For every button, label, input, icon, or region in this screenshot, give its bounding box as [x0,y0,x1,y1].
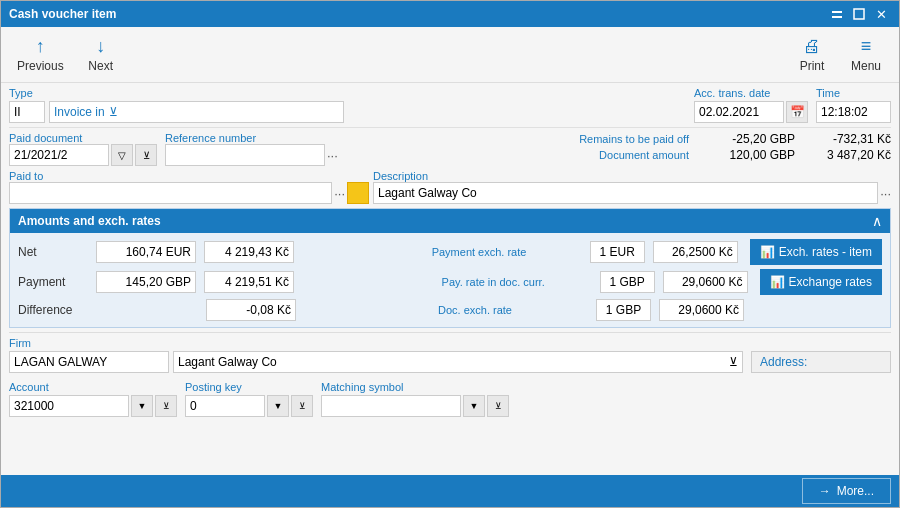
difference-input[interactable] [206,299,296,321]
paid-to-input[interactable] [9,182,332,204]
exchange-rates-button[interactable]: 📊 Exchange rates [760,269,882,295]
address-label: Address: [760,355,807,369]
toolbar: ↑ Previous ↓ Next 🖨 Print ≡ Menu [1,27,899,83]
reference-label: Reference number [165,132,338,144]
firm-input[interactable] [9,351,169,373]
amounts-collapse-button[interactable]: ∧ [872,213,882,229]
reference-input[interactable] [165,144,325,166]
remains-label: Remains to be paid off [579,133,689,145]
posting-filter-button[interactable]: ⊻ [291,395,313,417]
posting-label: Posting key [185,381,313,393]
net-czk-input[interactable] [204,241,294,263]
paid-doc-input-row: ▽ ⊻ [9,144,157,166]
acc-date-input-row: 📅 [694,101,808,123]
svg-rect-0 [832,16,842,18]
matching-input-row: ▼ ⊻ [321,395,509,417]
print-label: Print [800,59,825,73]
reference-more-button[interactable]: ··· [327,148,338,163]
firm-dropdown[interactable]: Lagant Galway Co ⊻ [173,351,743,373]
restore-button[interactable] [849,4,869,24]
type-group: Type Invoice in ⊻ [9,87,344,123]
remains-row: Remains to be paid off -25,20 GBP -732,3… [579,132,891,146]
desc-more-button[interactable]: ··· [880,186,891,201]
account-input-row: ▼ ⊻ [9,395,177,417]
close-button[interactable]: ✕ [871,4,891,24]
firm-label: Firm [9,337,743,349]
filter-button[interactable]: ▽ [111,144,133,166]
paid-doc-input[interactable] [9,144,109,166]
matching-input[interactable] [321,395,461,417]
account-input[interactable] [9,395,129,417]
account-dropdown-button[interactable]: ▼ [131,395,153,417]
paid-doc-label: Paid document [9,132,157,144]
previous-label: Previous [17,59,64,73]
account-filter-button[interactable]: ⊻ [155,395,177,417]
payment-gbp-input[interactable] [96,271,196,293]
remains-czk: -732,31 Kč [811,132,891,146]
firm-row: Lagant Galway Co ⊻ [9,351,743,373]
ref-input-row: ··· [165,144,338,166]
matching-label: Matching symbol [321,381,509,393]
payment-row: Payment Pay. rate in doc. curr. 📊 Exchan… [18,269,882,295]
acc-date-label: Acc. trans. date [694,87,808,99]
doc-amount-czk: 3 487,20 Kč [811,148,891,162]
more-label: More... [837,484,874,498]
more-button[interactable]: → More... [802,478,891,504]
amounts-body: Net Payment exch. rate 📊 Exch. rates - i… [10,233,890,327]
doc-amount-row: Document amount 120,00 GBP 3 487,20 Kč [599,148,891,162]
menu-label: Menu [851,59,881,73]
next-button[interactable]: ↓ Next [76,32,126,77]
type-input[interactable] [9,101,45,123]
doc-exch-rate[interactable] [659,299,744,321]
minimize-button[interactable] [827,4,847,24]
row-paid-to: Paid to ··· Description ··· [9,170,891,204]
net-eur-input[interactable] [96,241,196,263]
previous-button[interactable]: ↑ Previous [9,32,72,77]
paid-to-more-button[interactable]: ··· [334,186,345,201]
description-input[interactable] [373,182,878,204]
posting-dropdown-button[interactable]: ▼ [267,395,289,417]
invoice-dropdown-icon: ⊻ [109,105,118,119]
payment-czk-input[interactable] [204,271,294,293]
exch-rates-item-label: Exch. rates - item [779,245,872,259]
type-label: Type [9,87,344,99]
matching-filter-button[interactable]: ⊻ [487,395,509,417]
amounts-header: Amounts and exch. rates ∧ [10,209,890,233]
window-title: Cash voucher item [9,7,116,21]
payment-exch-rate[interactable] [653,241,738,263]
exch-chart-icon: 📊 [760,245,775,259]
description-label: Description [373,170,891,182]
pay-rate-doc-rate[interactable] [663,271,748,293]
payment-label: Payment [18,275,88,289]
exchange-rates-icon: 📊 [770,275,785,289]
next-label: Next [88,59,113,73]
firm2-dropdown-icon: ⊻ [729,355,738,369]
yellow-button[interactable] [347,182,369,204]
paid-to-group: Paid to ··· [9,170,369,204]
account-label: Account [9,381,177,393]
menu-button[interactable]: ≡ Menu [841,32,891,77]
type-input-row: Invoice in ⊻ [9,101,344,123]
calendar-button[interactable]: 📅 [786,101,808,123]
time-input[interactable] [816,101,891,123]
pay-rate-doc-currency[interactable] [600,271,655,293]
posting-input[interactable] [185,395,265,417]
amounts-section: Amounts and exch. rates ∧ Net Payment ex… [9,208,891,328]
more-arrow-icon: → [819,484,831,498]
exch-rates-item-button[interactable]: 📊 Exch. rates - item [750,239,882,265]
print-button[interactable]: 🖨 Print [787,32,837,77]
payment-exch-currency[interactable] [590,241,645,263]
doc-amount-label: Document amount [599,149,689,161]
matching-dropdown-button[interactable]: ▼ [463,395,485,417]
right-amounts: Remains to be paid off -25,20 GBP -732,3… [346,132,891,162]
firm2-value: Lagant Galway Co [178,355,277,369]
time-group: Time [816,87,891,123]
svg-rect-2 [854,9,864,19]
invoice-dropdown[interactable]: Invoice in ⊻ [49,101,344,123]
acc-date-input[interactable] [694,101,784,123]
paid-doc-group: Paid document ▽ ⊻ [9,132,157,166]
doc-exch-currency[interactable] [596,299,651,321]
filter2-button[interactable]: ⊻ [135,144,157,166]
bottom-bar: → More... [1,475,899,507]
ref-group: Reference number ··· [165,132,338,166]
